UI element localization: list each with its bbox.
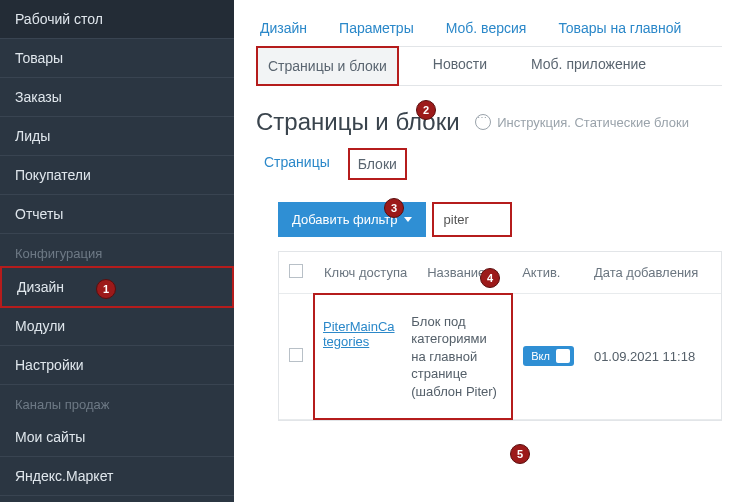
subtabs: Страницы Блоки xyxy=(256,148,722,180)
sidebar-item-yandex[interactable]: Яндекс.Маркет xyxy=(0,457,234,496)
tab-params[interactable]: Параметры xyxy=(335,10,418,46)
subtab-pages[interactable]: Страницы xyxy=(256,148,338,180)
toggle-knob-icon xyxy=(556,349,570,363)
tab-mobile-app[interactable]: Моб. приложение xyxy=(521,46,656,85)
sidebar-item-design[interactable]: Дизайн xyxy=(0,266,234,308)
row-key-link[interactable]: PiterMainCategories xyxy=(323,319,395,349)
sidebar: Рабочий стол Товары Заказы Лиды Покупате… xyxy=(0,0,234,502)
tabs-secondary: Страницы и блоки Новости Моб. приложение xyxy=(256,46,722,86)
step-badge-5: 5 xyxy=(510,444,530,464)
instruction-link[interactable]: Инструкция. Статические блоки xyxy=(475,114,689,130)
select-all-checkbox[interactable] xyxy=(289,264,303,278)
sidebar-item-products[interactable]: Товары xyxy=(0,39,234,78)
instruction-label: Инструкция. Статические блоки xyxy=(497,115,689,130)
table-row: PiterMainCategories Блок под категориями… xyxy=(279,294,721,420)
row-checkbox[interactable] xyxy=(289,348,303,362)
col-active[interactable]: Актив. xyxy=(512,252,584,294)
chat-bubble-icon xyxy=(475,114,491,130)
tab-design[interactable]: Дизайн xyxy=(256,10,311,46)
sidebar-section-channels: Каналы продаж xyxy=(0,385,234,418)
sidebar-item-vk[interactable]: ВКонтакте xyxy=(0,496,234,502)
sidebar-item-leads[interactable]: Лиды xyxy=(0,117,234,156)
table-toolbar: Добавить фильтр xyxy=(278,202,722,237)
caret-down-icon xyxy=(404,217,412,222)
main-content: Дизайн Параметры Моб. версия Товары на г… xyxy=(234,0,740,502)
table-header-row: Ключ доступа Название Актив. Дата добавл… xyxy=(279,252,721,294)
sidebar-item-mysites[interactable]: Мои сайты xyxy=(0,418,234,457)
sidebar-item-modules[interactable]: Модули xyxy=(0,307,234,346)
sidebar-item-desktop[interactable]: Рабочий стол xyxy=(0,0,234,39)
step-badge-1: 1 xyxy=(96,279,116,299)
col-key[interactable]: Ключ доступа xyxy=(314,252,417,294)
tab-pages-blocks[interactable]: Страницы и блоки xyxy=(256,46,399,86)
step-badge-3: 3 xyxy=(384,198,404,218)
blocks-table: Ключ доступа Название Актив. Дата добавл… xyxy=(278,251,722,421)
sidebar-item-reports[interactable]: Отчеты xyxy=(0,195,234,234)
sidebar-item-orders[interactable]: Заказы xyxy=(0,78,234,117)
toggle-label: Вкл xyxy=(531,350,550,362)
tabs-primary: Дизайн Параметры Моб. версия Товары на г… xyxy=(256,10,722,47)
subtab-blocks[interactable]: Блоки xyxy=(348,148,407,180)
sidebar-section-config: Конфигурация xyxy=(0,234,234,267)
tab-mobile[interactable]: Моб. версия xyxy=(442,10,531,46)
row-name: Блок под категориями на главной странице… xyxy=(403,295,511,419)
sidebar-item-settings[interactable]: Настройки xyxy=(0,346,234,385)
step-badge-4: 4 xyxy=(480,268,500,288)
row-active-toggle[interactable]: Вкл xyxy=(523,346,574,366)
tab-news[interactable]: Новости xyxy=(423,46,497,85)
row-date: 01.09.2021 11:18 xyxy=(584,294,721,420)
step-badge-2: 2 xyxy=(416,100,436,120)
sidebar-item-customers[interactable]: Покупатели xyxy=(0,156,234,195)
col-date[interactable]: Дата добавления xyxy=(584,252,721,294)
filter-search-input[interactable] xyxy=(432,202,512,237)
tab-featured[interactable]: Товары на главной xyxy=(554,10,685,46)
add-filter-label: Добавить фильтр xyxy=(292,212,398,227)
